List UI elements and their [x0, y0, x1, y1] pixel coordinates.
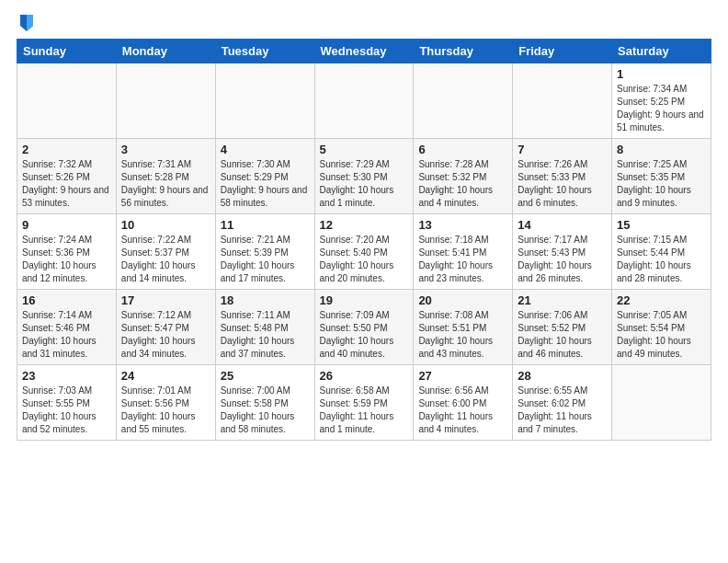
weekday-tuesday: Tuesday	[215, 40, 314, 63]
weekday-sunday: Sunday	[17, 40, 117, 63]
day-number: 17	[121, 293, 210, 307]
day-cell: 10Sunrise: 7:22 AM Sunset: 5:37 PM Dayli…	[116, 214, 215, 290]
week-row-5: 23Sunrise: 7:03 AM Sunset: 5:55 PM Dayli…	[17, 365, 711, 441]
day-cell: 15Sunrise: 7:15 AM Sunset: 5:44 PM Dayli…	[612, 214, 711, 290]
day-number: 18	[221, 293, 310, 307]
day-info: Sunrise: 7:31 AM Sunset: 5:28 PM Dayligh…	[121, 158, 210, 210]
day-number: 3	[121, 143, 210, 156]
day-info: Sunrise: 7:34 AM Sunset: 5:25 PM Dayligh…	[617, 83, 706, 134]
day-cell	[314, 63, 414, 139]
page: SundayMondayTuesdayWednesdayThursdayFrid…	[0, 0, 728, 563]
day-cell: 19Sunrise: 7:09 AM Sunset: 5:50 PM Dayli…	[314, 290, 414, 365]
day-cell	[215, 63, 314, 139]
day-number: 25	[221, 369, 310, 383]
day-number: 2	[22, 143, 111, 156]
day-number: 1	[617, 67, 706, 81]
day-cell: 23Sunrise: 7:03 AM Sunset: 5:55 PM Dayli…	[17, 365, 117, 441]
day-number: 28	[518, 369, 607, 383]
day-info: Sunrise: 7:05 AM Sunset: 5:54 PM Dayligh…	[617, 309, 706, 361]
day-number: 7	[518, 143, 607, 156]
day-number: 5	[320, 143, 409, 156]
weekday-wednesday: Wednesday	[314, 40, 414, 63]
day-cell	[612, 365, 711, 441]
weekday-friday: Friday	[513, 40, 612, 63]
day-info: Sunrise: 7:28 AM Sunset: 5:32 PM Dayligh…	[418, 158, 507, 210]
day-info: Sunrise: 7:09 AM Sunset: 5:50 PM Dayligh…	[320, 309, 409, 361]
day-number: 26	[320, 369, 409, 383]
day-number: 14	[518, 218, 607, 232]
day-number: 16	[22, 293, 111, 307]
day-number: 27	[418, 369, 507, 383]
day-cell: 21Sunrise: 7:06 AM Sunset: 5:52 PM Dayli…	[513, 290, 612, 365]
day-number: 24	[121, 369, 210, 383]
day-cell: 17Sunrise: 7:12 AM Sunset: 5:47 PM Dayli…	[116, 290, 215, 365]
day-number: 22	[617, 293, 706, 307]
day-number: 9	[22, 218, 111, 232]
day-number: 11	[221, 218, 310, 232]
day-number: 20	[418, 293, 507, 307]
week-row-4: 16Sunrise: 7:14 AM Sunset: 5:46 PM Dayli…	[17, 290, 711, 365]
weekday-thursday: Thursday	[414, 40, 513, 63]
day-number: 15	[617, 218, 706, 232]
weekday-monday: Monday	[116, 40, 215, 63]
day-cell: 4Sunrise: 7:30 AM Sunset: 5:29 PM Daylig…	[215, 139, 314, 214]
day-info: Sunrise: 7:14 AM Sunset: 5:46 PM Dayligh…	[22, 309, 111, 361]
header	[17, 9, 711, 33]
day-info: Sunrise: 7:26 AM Sunset: 5:33 PM Dayligh…	[518, 158, 607, 210]
day-info: Sunrise: 6:58 AM Sunset: 5:59 PM Dayligh…	[320, 385, 409, 436]
day-cell: 9Sunrise: 7:24 AM Sunset: 5:36 PM Daylig…	[17, 214, 117, 290]
day-cell: 13Sunrise: 7:18 AM Sunset: 5:41 PM Dayli…	[414, 214, 513, 290]
day-info: Sunrise: 7:11 AM Sunset: 5:48 PM Dayligh…	[221, 309, 310, 361]
day-info: Sunrise: 7:00 AM Sunset: 5:58 PM Dayligh…	[221, 385, 310, 436]
day-info: Sunrise: 7:30 AM Sunset: 5:29 PM Dayligh…	[221, 158, 310, 210]
day-info: Sunrise: 6:56 AM Sunset: 6:00 PM Dayligh…	[418, 385, 507, 436]
day-cell: 5Sunrise: 7:29 AM Sunset: 5:30 PM Daylig…	[314, 139, 414, 214]
week-row-1: 1Sunrise: 7:34 AM Sunset: 5:25 PM Daylig…	[17, 63, 711, 139]
day-number: 6	[418, 143, 507, 156]
day-info: Sunrise: 7:17 AM Sunset: 5:43 PM Dayligh…	[518, 234, 607, 285]
svg-marker-1	[27, 15, 33, 31]
day-cell: 26Sunrise: 6:58 AM Sunset: 5:59 PM Dayli…	[314, 365, 414, 441]
day-number: 13	[418, 218, 507, 232]
day-info: Sunrise: 7:21 AM Sunset: 5:39 PM Dayligh…	[221, 234, 310, 285]
day-number: 21	[518, 293, 607, 307]
day-info: Sunrise: 7:08 AM Sunset: 5:51 PM Dayligh…	[418, 309, 507, 361]
day-info: Sunrise: 6:55 AM Sunset: 6:02 PM Dayligh…	[518, 385, 607, 436]
day-number: 8	[617, 143, 706, 156]
day-info: Sunrise: 7:03 AM Sunset: 5:55 PM Dayligh…	[22, 385, 111, 436]
day-info: Sunrise: 7:06 AM Sunset: 5:52 PM Dayligh…	[518, 309, 607, 361]
day-number: 10	[121, 218, 210, 232]
day-number: 12	[320, 218, 409, 232]
week-row-3: 9Sunrise: 7:24 AM Sunset: 5:36 PM Daylig…	[17, 214, 711, 290]
day-cell: 7Sunrise: 7:26 AM Sunset: 5:33 PM Daylig…	[513, 139, 612, 214]
day-info: Sunrise: 7:32 AM Sunset: 5:26 PM Dayligh…	[22, 158, 111, 210]
day-cell: 25Sunrise: 7:00 AM Sunset: 5:58 PM Dayli…	[215, 365, 314, 441]
day-cell: 2Sunrise: 7:32 AM Sunset: 5:26 PM Daylig…	[17, 139, 117, 214]
day-info: Sunrise: 7:25 AM Sunset: 5:35 PM Dayligh…	[617, 158, 706, 210]
weekday-saturday: Saturday	[612, 40, 711, 63]
day-cell	[116, 63, 215, 139]
day-cell: 18Sunrise: 7:11 AM Sunset: 5:48 PM Dayli…	[215, 290, 314, 365]
day-info: Sunrise: 7:24 AM Sunset: 5:36 PM Dayligh…	[22, 234, 111, 285]
calendar: SundayMondayTuesdayWednesdayThursdayFrid…	[17, 39, 711, 441]
day-cell: 1Sunrise: 7:34 AM Sunset: 5:25 PM Daylig…	[612, 63, 711, 139]
day-cell: 11Sunrise: 7:21 AM Sunset: 5:39 PM Dayli…	[215, 214, 314, 290]
day-cell: 16Sunrise: 7:14 AM Sunset: 5:46 PM Dayli…	[17, 290, 117, 365]
day-cell	[17, 63, 117, 139]
week-row-2: 2Sunrise: 7:32 AM Sunset: 5:26 PM Daylig…	[17, 139, 711, 214]
day-info: Sunrise: 7:20 AM Sunset: 5:40 PM Dayligh…	[320, 234, 409, 285]
day-number: 19	[320, 293, 409, 307]
day-number: 4	[221, 143, 310, 156]
day-info: Sunrise: 7:18 AM Sunset: 5:41 PM Dayligh…	[418, 234, 507, 285]
day-cell: 3Sunrise: 7:31 AM Sunset: 5:28 PM Daylig…	[116, 139, 215, 214]
day-cell: 6Sunrise: 7:28 AM Sunset: 5:32 PM Daylig…	[414, 139, 513, 214]
day-info: Sunrise: 7:22 AM Sunset: 5:37 PM Dayligh…	[121, 234, 210, 285]
day-cell: 24Sunrise: 7:01 AM Sunset: 5:56 PM Dayli…	[116, 365, 215, 441]
day-cell: 8Sunrise: 7:25 AM Sunset: 5:35 PM Daylig…	[612, 139, 711, 214]
day-cell: 14Sunrise: 7:17 AM Sunset: 5:43 PM Dayli…	[513, 214, 612, 290]
day-cell: 27Sunrise: 6:56 AM Sunset: 6:00 PM Dayli…	[414, 365, 513, 441]
day-info: Sunrise: 7:15 AM Sunset: 5:44 PM Dayligh…	[617, 234, 706, 285]
day-info: Sunrise: 7:29 AM Sunset: 5:30 PM Dayligh…	[320, 158, 409, 210]
day-info: Sunrise: 7:01 AM Sunset: 5:56 PM Dayligh…	[121, 385, 210, 436]
day-cell	[414, 63, 513, 139]
